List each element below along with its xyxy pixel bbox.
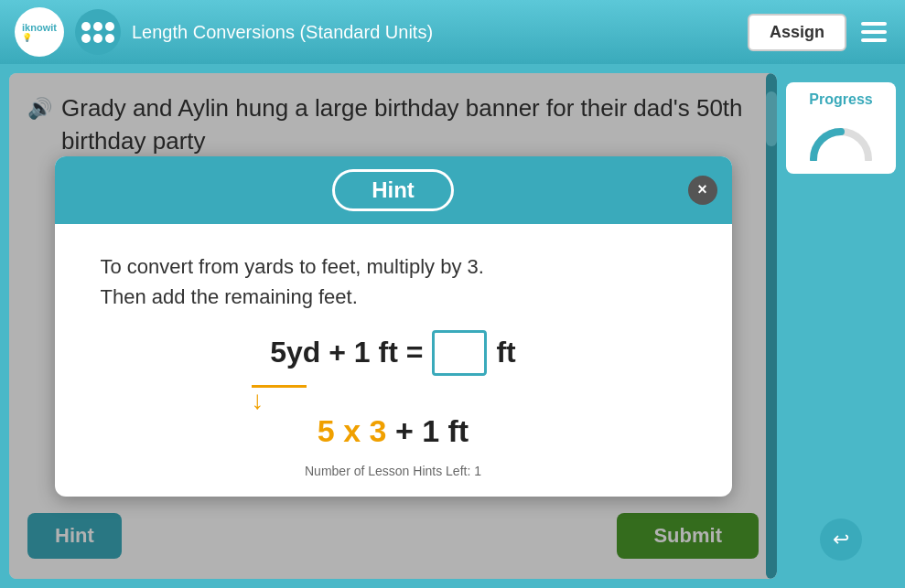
content-panel: 🔊 Grady and Aylin hung a large birthday … <box>9 73 777 579</box>
hint-description: To convert from yards to feet, multiply … <box>101 251 686 312</box>
modal-body: To convert from yards to feet, multiply … <box>55 224 732 497</box>
right-sidebar: Progress ↩ <box>786 73 896 579</box>
progress-section: Progress <box>786 82 896 174</box>
navigate-arrow-icon: ↩ <box>833 528 849 551</box>
conversion-row: 5 x 3 + 1 ft <box>101 413 686 449</box>
logo: iknowit 💡 <box>15 7 64 57</box>
main-area: 🔊 Grady and Aylin hung a large birthday … <box>0 64 905 588</box>
equation-part2: ft <box>496 336 515 369</box>
hamburger-line-1 <box>861 22 887 26</box>
modal-title: Hint <box>332 169 454 211</box>
logo-text: iknowit <box>22 22 57 33</box>
hamburger-line-3 <box>861 38 887 42</box>
modal-close-button[interactable]: × <box>688 176 717 205</box>
assign-button[interactable]: Assign <box>748 14 846 51</box>
hint-line-1: To convert from yards to feet, multiply … <box>101 255 484 278</box>
modal-header: Hint × <box>55 156 732 224</box>
hint-line-2: Then add the remaining feet. <box>101 285 358 308</box>
logo-bulb: 💡 <box>22 33 57 42</box>
equation-container: 5yd + 1 ft = ft <box>101 330 686 376</box>
down-arrow-icon: ↓ <box>252 388 264 413</box>
equation-part1: 5yd + 1 ft = <box>270 336 423 369</box>
top-bar: iknowit 💡 Length Conversions (Standard U… <box>0 0 905 64</box>
hamburger-line-2 <box>861 30 887 34</box>
arrow-container: ↓ <box>252 385 686 413</box>
conversion-colored-text: 5 x 3 <box>318 413 387 448</box>
hint-modal: Hint × To convert from yards to feet, mu… <box>55 156 732 497</box>
conversion-rest-text: + 1 ft <box>386 413 469 448</box>
lesson-title: Length Conversions (Standard Units) <box>132 22 737 43</box>
modal-overlay: Hint × To convert from yards to feet, mu… <box>9 73 777 579</box>
progress-label: Progress <box>795 91 887 108</box>
navigate-button[interactable]: ↩ <box>820 519 862 561</box>
hints-left-label: Number of Lesson Hints Left: 1 <box>101 464 686 478</box>
equation-row: 5yd + 1 ft = ft <box>101 330 686 376</box>
answer-box <box>432 330 487 376</box>
progress-arc <box>804 115 878 161</box>
menu-button[interactable] <box>857 18 890 46</box>
film-icon <box>75 9 121 55</box>
